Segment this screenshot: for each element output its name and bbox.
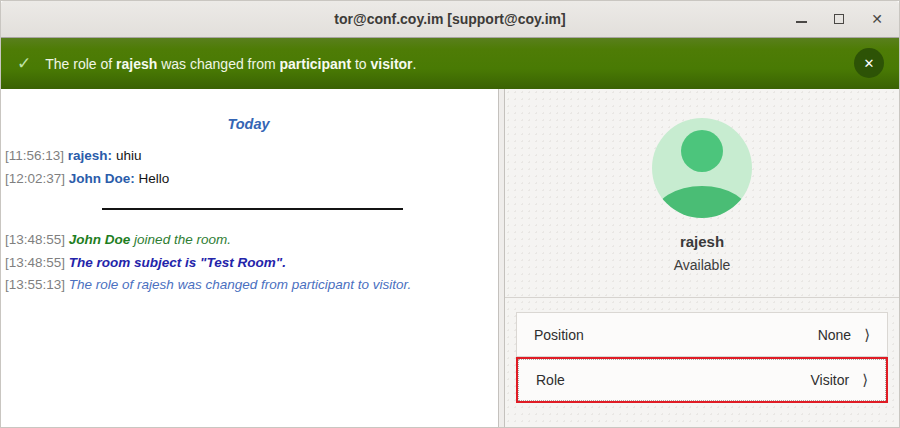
profile-name: rajesh (680, 233, 724, 250)
profile-header: rajesh Available (505, 89, 899, 298)
banner-text: The role of (45, 56, 116, 72)
banner-nick: rajesh (116, 56, 157, 72)
message-text: Hello (139, 171, 170, 186)
profile-rows: Position None ⟩ Role Visitor ⟩ (516, 312, 888, 403)
occupant-profile-panel: rajesh Available Position None ⟩ Role Vi… (505, 89, 899, 427)
maximize-button[interactable] (827, 7, 851, 31)
timestamp: [11:56:13] (5, 148, 64, 163)
checkmark-icon: ✓ (17, 53, 31, 74)
timestamp: [13:48:55] (5, 232, 65, 247)
chat-message: [11:56:13] rajesh: uhiu (5, 144, 492, 167)
notification-banner: ✓ The role of rajesh was changed from pa… (1, 38, 899, 89)
app-window: tor@conf.coy.im [support@coy.im] ✕ ✓ The… (0, 0, 900, 428)
nickname: John Doe: (69, 171, 135, 186)
row-right: Visitor ⟩ (810, 371, 868, 389)
nickname: John Doe (69, 232, 131, 247)
message-text: The role of rajesh was changed from part… (69, 277, 411, 292)
chat-message: [12:02:37] John Doe: Hello (5, 167, 492, 190)
maximize-icon (834, 14, 844, 24)
row-label: Position (534, 327, 584, 343)
window-title: tor@conf.coy.im [support@coy.im] (1, 11, 899, 27)
close-icon: ✕ (864, 57, 875, 70)
role-value: Visitor (810, 372, 849, 388)
system-message-join: [13:48:55] John Doe joined the room. (5, 229, 492, 252)
message-text: The room subject is "Test Room". (69, 255, 286, 270)
banner-close-button[interactable]: ✕ (854, 48, 884, 78)
close-icon: ✕ (871, 12, 883, 26)
banner-message: The role of rajesh was changed from part… (45, 56, 416, 72)
person-icon (654, 186, 750, 218)
role-row[interactable]: Role Visitor ⟩ (518, 359, 886, 401)
banner-text: was changed from (157, 56, 279, 72)
row-right: None ⟩ (818, 326, 870, 344)
message-text: uhiu (116, 148, 142, 163)
timestamp: [13:55:13] (5, 277, 65, 292)
role-row-highlight: Role Visitor ⟩ (516, 357, 888, 403)
banner-text: . (413, 56, 417, 72)
position-row[interactable]: Position None ⟩ (516, 312, 888, 357)
chevron-right-icon: ⟩ (862, 371, 868, 389)
system-message-subject: [13:48:55] The room subject is "Test Roo… (5, 252, 492, 275)
nickname: rajesh: (68, 148, 112, 163)
window-controls: ✕ (789, 1, 889, 37)
close-button[interactable]: ✕ (865, 7, 889, 31)
person-icon (681, 130, 723, 172)
banner-text: to (351, 56, 370, 72)
system-message-role-change: [13:55:13] The role of rajesh was change… (5, 274, 492, 297)
chat-session-divider (102, 208, 403, 210)
main-content: Today [11:56:13] rajesh: uhiu [12:02:37]… (1, 89, 899, 427)
row-label: Role (536, 372, 565, 388)
timestamp: [13:48:55] (5, 255, 65, 270)
profile-status: Available (674, 257, 731, 273)
timestamp: [12:02:37] (5, 171, 65, 186)
chat-log-panel: Today [11:56:13] rajesh: uhiu [12:02:37]… (1, 89, 498, 427)
minimize-button[interactable] (789, 7, 813, 31)
message-text: joined the room. (134, 232, 231, 247)
minimize-icon (796, 21, 807, 23)
window-titlebar: tor@conf.coy.im [support@coy.im] ✕ (1, 1, 899, 38)
banner-new-role: visitor (371, 56, 413, 72)
avatar (652, 118, 752, 218)
position-value: None (818, 327, 851, 343)
pane-splitter[interactable] (498, 89, 505, 427)
day-header: Today (5, 116, 492, 132)
chevron-right-icon: ⟩ (864, 326, 870, 344)
banner-old-role: participant (280, 56, 352, 72)
